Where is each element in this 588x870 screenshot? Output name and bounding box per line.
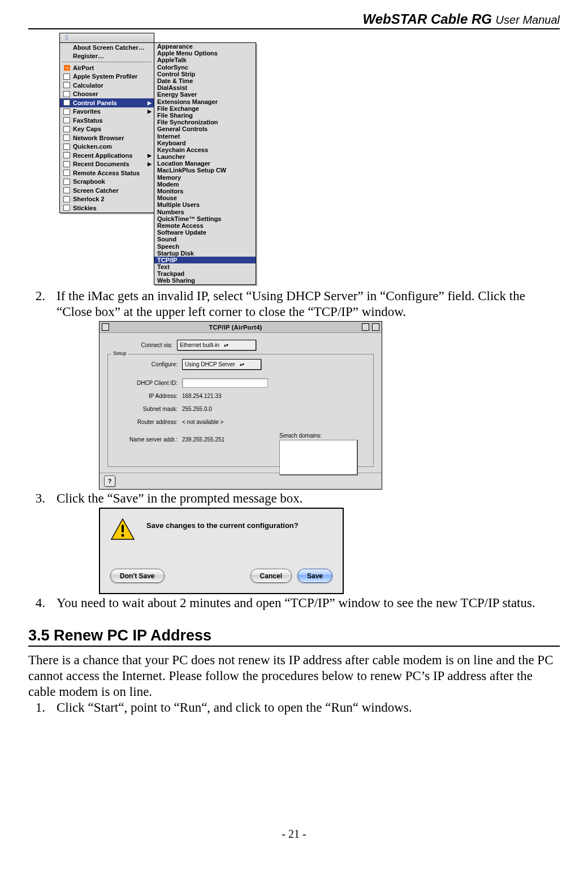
submenu-item[interactable]: Multiple Users xyxy=(154,201,256,208)
submenu-item[interactable]: TCP/IP xyxy=(154,257,256,263)
app-icon xyxy=(63,73,71,80)
router-label: Router address: xyxy=(113,419,182,425)
menu-item[interactable]: Chooser xyxy=(60,90,154,99)
menu-item[interactable]: Recent Documents▶ xyxy=(60,160,154,169)
section-rule xyxy=(28,646,560,647)
submenu-item[interactable]: File Exchange xyxy=(154,105,256,112)
step-number: 4. xyxy=(28,595,45,611)
submenu-item[interactable]: Web Sharing xyxy=(154,277,256,284)
submenu-item[interactable]: Internet xyxy=(154,132,256,139)
submenu-item[interactable]: Keyboard xyxy=(154,140,256,146)
menu-item[interactable]: Quicken.com xyxy=(60,142,154,152)
submenu-item-label: File Exchange xyxy=(157,105,199,112)
submenu-item[interactable]: Monitors xyxy=(154,188,256,194)
submenu-item-label: Speech xyxy=(157,243,179,250)
menu-item[interactable]: Apple System Profiler xyxy=(60,72,154,81)
app-icon xyxy=(63,125,71,132)
menu-item[interactable]: Calculator xyxy=(60,81,154,90)
submenu-item-label: General Controls xyxy=(157,125,207,132)
submenu-item[interactable]: Apple Menu Options xyxy=(154,50,256,57)
submenu-item[interactable]: Launcher xyxy=(154,153,256,160)
section-intro: There is a chance that your PC does not … xyxy=(28,652,560,700)
submenu-item[interactable]: Extensions Manager xyxy=(154,98,256,105)
submenu-item[interactable]: Keychain Access xyxy=(154,146,256,153)
search-domains-box[interactable] xyxy=(279,440,358,475)
submenu-item-label: Text xyxy=(157,263,170,270)
menu-item-label: FaxStatus xyxy=(73,117,103,124)
submenu-item[interactable]: File Sharing xyxy=(154,112,256,119)
menu-item[interactable]: Favorites▶ xyxy=(60,107,154,116)
submenu-item[interactable]: File Synchronization xyxy=(154,119,256,125)
submenu-item[interactable]: Memory xyxy=(154,174,256,181)
submenu-item[interactable]: Energy Saver xyxy=(154,91,256,98)
submenu-item-label: Date & Time xyxy=(157,77,193,84)
submenu-item[interactable]: Text xyxy=(154,263,256,270)
tcpip-titlebar: TCP/IP (AirPort4) xyxy=(100,322,382,333)
submenu-item[interactable]: Modem xyxy=(154,181,256,188)
submenu-item[interactable]: MacLinkPlus Setup CW xyxy=(154,167,256,174)
submenu-item[interactable]: Software Update xyxy=(154,229,256,236)
menu-item[interactable]: Register… xyxy=(60,52,154,61)
configure-select[interactable]: Using DHCP Server ▴▾ xyxy=(182,359,261,370)
menu-item[interactable]: FaxStatus xyxy=(60,116,154,125)
submenu-item[interactable]: Location Manager xyxy=(154,160,256,167)
close-box-icon[interactable] xyxy=(102,323,109,331)
submenu-item[interactable]: Appearance xyxy=(154,43,256,50)
menu-item-label: Recent Documents xyxy=(73,161,129,167)
submenu-item-label: Remote Access xyxy=(157,222,204,229)
dropdown-arrows-icon: ▴▾ xyxy=(240,362,244,367)
save-button[interactable]: Save xyxy=(297,569,332,583)
submenu-item[interactable]: Control Strip xyxy=(154,71,256,77)
menu-item[interactable]: About Screen Catcher… xyxy=(60,43,154,52)
submenu-item-label: File Sharing xyxy=(157,112,193,119)
page-header: WebSTAR Cable RG User Manual xyxy=(28,11,560,28)
connect-via-select[interactable]: Ethernet built-in ▴▾ xyxy=(177,340,256,350)
menu-item[interactable]: っAirPort xyxy=(60,63,154,72)
submenu-item[interactable]: Numbers xyxy=(154,209,256,215)
submenu-item[interactable]: AppleTalk xyxy=(154,57,256,63)
submenu-item[interactable]: Mouse xyxy=(154,194,256,201)
submenu-item[interactable]: QuickTime™ Settings xyxy=(154,215,256,222)
subnet-label: Subnet mask: xyxy=(113,406,182,412)
submenu-item[interactable]: Speech xyxy=(154,243,256,249)
submenu-item-label: Monitors xyxy=(157,188,183,194)
menu-item[interactable]: Stickies xyxy=(60,204,154,213)
menu-item[interactable]: Sherlock 2 xyxy=(60,195,154,204)
connect-via-value: Ethernet built-in xyxy=(180,342,219,348)
menu-item[interactable]: Key Caps xyxy=(60,125,154,134)
submenu-item-label: Energy Saver xyxy=(157,91,197,98)
setup-legend: Setup xyxy=(111,350,128,356)
cancel-button[interactable]: Cancel xyxy=(250,569,292,583)
submenu-item-label: Control Strip xyxy=(157,71,195,77)
step-number: 3. xyxy=(28,491,45,507)
submenu-item[interactable]: Sound xyxy=(154,236,256,243)
apple-logo-icon[interactable]:  xyxy=(62,34,71,42)
submenu-item[interactable]: DialAssist xyxy=(154,84,256,91)
menu-item[interactable]: Screen Catcher xyxy=(60,186,154,195)
menu-item[interactable]: Scrapbook xyxy=(60,178,154,187)
menu-item-label: About Screen Catcher… xyxy=(73,44,145,51)
doc-subtitle: User Manual xyxy=(496,14,560,26)
dhcp-id-input[interactable] xyxy=(182,378,268,388)
menu-item[interactable]: Control Panels▶ xyxy=(60,98,154,107)
submenu-item-label: Multiple Users xyxy=(157,201,200,208)
submenu-item[interactable]: Remote Access xyxy=(154,222,256,229)
submenu-item[interactable]: General Controls xyxy=(154,125,256,132)
app-icon xyxy=(63,196,71,202)
help-button[interactable]: ? xyxy=(104,475,115,487)
submenu-item[interactable]: Startup Disk xyxy=(154,250,256,257)
apple-menu-screenshot:  About Screen Catcher…Register…っAirPort… xyxy=(59,33,256,286)
zoom-box-icon[interactable] xyxy=(362,323,369,331)
submenu-item[interactable]: Trackpad xyxy=(154,270,256,277)
submenu-item[interactable]: Date & Time xyxy=(154,77,256,84)
collapse-box-icon[interactable] xyxy=(372,323,379,331)
menu-item[interactable]: Network Browser xyxy=(60,133,154,142)
menu-item[interactable]: Recent Applications▶ xyxy=(60,151,154,160)
dhcp-id-label: DHCP Client ID: xyxy=(113,380,182,386)
submenu-item-label: Location Manager xyxy=(157,160,210,167)
submenu-item[interactable]: ColorSync xyxy=(154,64,256,71)
menu-item[interactable]: Remote Access Status xyxy=(60,168,154,178)
submenu-item-label: Keychain Access xyxy=(157,146,208,153)
step-text: Click the “Save” in the prompted message… xyxy=(57,491,560,507)
dont-save-button[interactable]: Don't Save xyxy=(110,569,165,583)
